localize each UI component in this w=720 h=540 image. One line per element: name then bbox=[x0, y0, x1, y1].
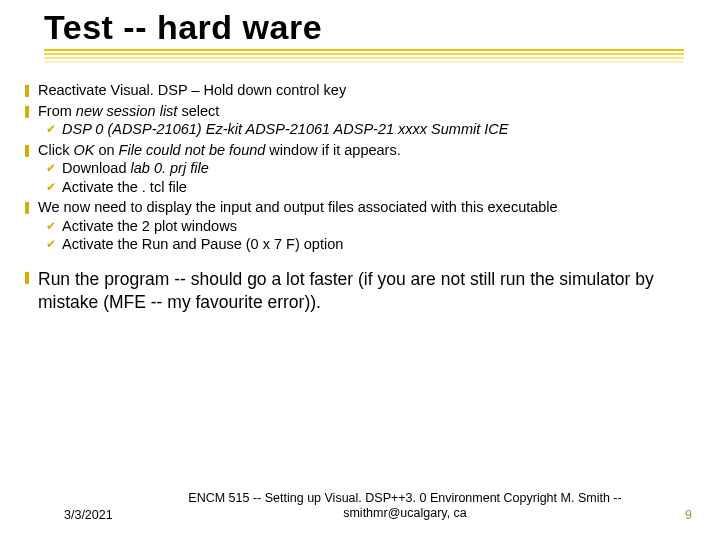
bullet-icon: ❚ bbox=[22, 81, 38, 100]
bullet-text: Reactivate Visual. DSP – Hold down contr… bbox=[38, 81, 692, 100]
sub-bullet-item: ✔ DSP 0 (ADSP-21061) Ez-kit ADSP-21061 A… bbox=[46, 120, 692, 139]
bullet-icon: ❚ bbox=[22, 268, 38, 314]
bullet-icon: ✔ bbox=[46, 217, 62, 236]
text-run-italic: OK bbox=[73, 142, 98, 158]
slide-body: ❚ Reactivate Visual. DSP – Hold down con… bbox=[0, 65, 720, 313]
sub-bullet-text: DSP 0 (ADSP-21061) Ez-kit ADSP-21061 ADS… bbox=[62, 120, 692, 139]
text-run: on bbox=[98, 142, 118, 158]
text-run-italic: new session list bbox=[76, 103, 182, 119]
text-run: Download bbox=[62, 160, 131, 176]
bullet-icon: ✔ bbox=[46, 235, 62, 254]
sub-bullet-text: Activate the . tcl file bbox=[62, 178, 692, 197]
title-block: Test -- hard ware bbox=[0, 0, 720, 47]
bullet-item: ❚ Reactivate Visual. DSP – Hold down con… bbox=[22, 81, 692, 100]
bullet-icon: ❚ bbox=[22, 102, 38, 121]
bullet-item: ❚ We now need to display the input and o… bbox=[22, 198, 692, 217]
bullet-icon: ❚ bbox=[22, 198, 38, 217]
sub-bullet-text: Activate the 2 plot windows bbox=[62, 217, 692, 236]
footer-date: 3/3/2021 bbox=[0, 508, 150, 522]
slide-footer: 3/3/2021 ENCM 515 -- Setting up Visual. … bbox=[0, 491, 720, 522]
bullet-icon: ✔ bbox=[46, 159, 62, 178]
slide-title: Test -- hard ware bbox=[44, 8, 720, 47]
bullet-text: We now need to display the input and out… bbox=[38, 198, 692, 217]
sub-bullet-item: ✔ Activate the 2 plot windows bbox=[46, 217, 692, 236]
text-run: From bbox=[38, 103, 76, 119]
bullet-icon: ✔ bbox=[46, 178, 62, 197]
title-underline bbox=[44, 49, 684, 63]
sub-bullet-item: ✔ Activate the . tcl file bbox=[46, 178, 692, 197]
sub-bullet-item: ✔ Download lab 0. prj file bbox=[46, 159, 692, 178]
text-run-italic: lab 0. prj file bbox=[131, 160, 209, 176]
text-run: Click bbox=[38, 142, 73, 158]
bullet-text: Run the program -- should go a lot faste… bbox=[38, 268, 692, 314]
bullet-item: ❚ Run the program -- should go a lot fas… bbox=[22, 268, 692, 314]
footer-center: ENCM 515 -- Setting up Visual. DSP++3. 0… bbox=[150, 491, 660, 522]
bullet-icon: ❚ bbox=[22, 141, 38, 160]
bullet-text: From new session list select bbox=[38, 102, 692, 121]
text-run: select bbox=[181, 103, 219, 119]
footer-page-number: 9 bbox=[660, 508, 720, 522]
sub-bullet-item: ✔ Activate the Run and Pause (0 x 7 F) o… bbox=[46, 235, 692, 254]
text-run: window if it appears. bbox=[269, 142, 400, 158]
bullet-item: ❚ Click OK on File could not be found wi… bbox=[22, 141, 692, 160]
bullet-item: ❚ From new session list select bbox=[22, 102, 692, 121]
bullet-icon: ✔ bbox=[46, 120, 62, 139]
bullet-text: Click OK on File could not be found wind… bbox=[38, 141, 692, 160]
sub-bullet-text: Activate the Run and Pause (0 x 7 F) opt… bbox=[62, 235, 692, 254]
text-run-italic: File could not be found bbox=[119, 142, 270, 158]
sub-bullet-text: Download lab 0. prj file bbox=[62, 159, 692, 178]
